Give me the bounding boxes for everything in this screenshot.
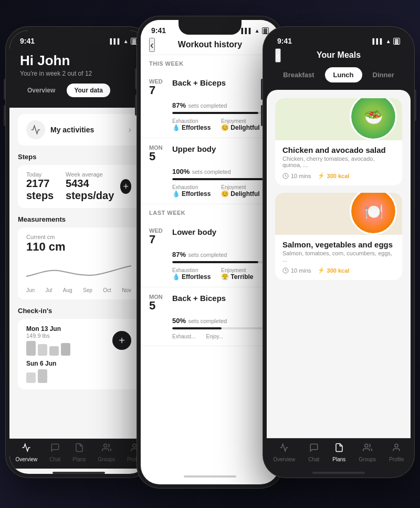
activities-card[interactable]: My activities › <box>18 114 140 146</box>
nav-overview-right[interactable]: Overview <box>274 443 296 462</box>
vol-up-mid <box>135 68 136 89</box>
nav-plans-label: Plans <box>72 457 86 462</box>
meal-kcal-2: ⚡ 300 kcal <box>318 267 350 274</box>
notch-right <box>307 30 370 45</box>
header-tabs: Overview Your data <box>20 84 138 97</box>
progress-bar-fill-2 <box>172 178 271 180</box>
add-checkin-button[interactable]: + <box>112 331 131 350</box>
meal-tabs: Breakfast Lunch Dinner <box>267 67 411 90</box>
meal-time-text-1: 10 mins <box>291 173 311 179</box>
checkin-item-2: Sun 6 Jun <box>26 360 131 383</box>
progress-sub-1: sets completed <box>188 102 227 109</box>
volume-down-btn <box>4 105 5 126</box>
status-time-mid: 9:41 <box>151 26 166 35</box>
meal-image-area-1: 🥗 <box>275 98 402 140</box>
workout-header: ‹ Workout history <box>141 37 279 55</box>
workout-name-1: Back + Biceps <box>172 78 268 87</box>
steps-avg: Week average 5434 steps/day <box>66 171 120 202</box>
workout-list[interactable]: THIS WEEK WED 7 Back + Biceps › 87% sets <box>141 55 279 472</box>
today-value: 2177 steps <box>26 178 66 202</box>
breakfast-tab[interactable]: Breakfast <box>275 67 322 82</box>
nav-plans-right[interactable]: Plans <box>332 443 345 462</box>
meal-image-2: 🍽️ <box>350 193 397 235</box>
workout-date-2: MON 5 <box>149 144 170 162</box>
enjoyment-icon-3: 😤 <box>221 273 229 281</box>
volume-up-btn <box>4 79 5 100</box>
workout-num-1: 7 <box>149 85 170 96</box>
workout-header-1: WED 7 Back + Biceps › <box>149 78 271 96</box>
dinner-tab[interactable]: Dinner <box>364 67 403 82</box>
nav-plans-left[interactable]: Plans <box>72 443 86 462</box>
workout-num-4: 5 <box>149 300 170 312</box>
meal-card-2[interactable]: 🍽️ Salmon, vegetables and eggs Salmon, t… <box>275 193 402 280</box>
workout-name-row-1: Back + Biceps <box>170 78 268 87</box>
progress-bar-fill-4 <box>172 327 222 329</box>
current-value: 110 cm <box>26 240 66 254</box>
exhaustion-text-2: Effortless <box>182 190 211 198</box>
exhaustion-label-2: Exhaustion <box>172 184 211 190</box>
meal-card-1[interactable]: 🥗 Chicken and avocado salad Chicken, che… <box>275 98 402 185</box>
nav-groups-left[interactable]: Groups <box>98 443 115 462</box>
nav-overview-left[interactable]: Overview <box>16 443 38 462</box>
back-button-right[interactable]: ‹ <box>275 48 281 63</box>
workout-meta-3: Exhaustion 💧 Effortless Enjoyment 😤 Terr… <box>172 267 271 281</box>
nav-profile-right[interactable]: Profile <box>389 443 404 462</box>
workout-item-2[interactable]: MON 5 Upper body › 100% sets completed <box>141 138 279 204</box>
workout-item-1[interactable]: WED 7 Back + Biceps › 87% sets completed <box>141 72 279 138</box>
home-indicator-left <box>52 472 105 474</box>
enjoyment-1: Enjoyment 😊 Delightful <box>221 118 259 131</box>
lunch-tab[interactable]: Lunch <box>325 67 362 82</box>
workout-meta-1: Exhaustion 💧 Effortless Enjoyment 😊 Deli… <box>172 118 271 131</box>
signal-icon: ▌▌▌ <box>110 38 121 44</box>
progress-pct-3: 87% <box>172 251 186 258</box>
last-week-label: LAST WEEK <box>149 210 271 216</box>
phone-left: 9:41 ▌▌▌ ▲ ▓ Hi John You're in week 2 ou… <box>5 26 152 478</box>
exhaustion-val-1: 💧 Effortless <box>172 124 211 131</box>
checkin-bars-1 <box>26 341 70 356</box>
meals-title: Your Meals <box>317 50 361 60</box>
meal-time-text-2: 10 mins <box>291 267 311 274</box>
nav-chat-left[interactable]: Chat <box>49 443 60 462</box>
vol-down-right <box>261 105 262 126</box>
nav-chat-label-right: Chat <box>308 457 319 462</box>
nav-chat-right[interactable]: Chat <box>308 443 319 462</box>
workout-name-3: Lower body <box>172 227 268 236</box>
exhaustion-icon-1: 💧 <box>172 124 180 131</box>
month-jul: Jul <box>46 287 52 293</box>
salad-image: 🥗 <box>351 98 395 139</box>
progress-bar-bg-1 <box>172 112 271 114</box>
this-week-section: THIS WEEK <box>141 55 279 72</box>
workout-item-4[interactable]: MON 5 Back + Biceps › 50% sets completed <box>141 287 279 346</box>
workout-item-3[interactable]: WED 7 Lower body › 87% sets completed <box>141 221 279 287</box>
meal-meta-2: 10 mins ⚡ 300 kcal <box>282 267 395 274</box>
enjoyment-4: Enjoy... <box>206 334 223 339</box>
activities-chevron: › <box>129 125 131 134</box>
vol-up-right <box>261 79 262 100</box>
enjoyment-label-3: Enjoyment <box>221 267 253 273</box>
exhaustion-label-4: Exhaust... <box>172 334 195 339</box>
enjoyment-icon-1: 😊 <box>221 124 229 131</box>
salmon-image: 🍽️ <box>351 193 395 233</box>
enjoyment-icon-2: 😊 <box>221 190 229 198</box>
workout-meta-4: Exhaust... Enjoy... <box>172 334 271 339</box>
nav-groups-right[interactable]: Groups <box>359 443 376 462</box>
workout-date-3: WED 7 <box>149 227 170 245</box>
workout-name-row-4: Back + Biceps <box>170 294 268 303</box>
exhaustion-4: Exhaust... <box>172 334 195 339</box>
back-button-mid[interactable]: ‹ <box>149 38 155 52</box>
checkin-date-1: Mon 13 Jun <box>26 325 70 333</box>
workout-num-3: 7 <box>149 234 170 245</box>
checkins-section: Check-in's Mon 13 Jun 149.9 lbs <box>18 307 140 389</box>
workout-date-1: WED 7 <box>149 78 170 96</box>
svg-point-4 <box>364 444 368 447</box>
enjoyment-text-1: Delightful <box>230 124 259 131</box>
your-data-tab[interactable]: Your data <box>67 84 110 97</box>
checkins-title: Check-in's <box>18 307 140 315</box>
meal-card-body-1: Chicken and avocado salad Chicken, cherr… <box>275 140 402 185</box>
add-steps-button[interactable]: + <box>120 179 131 194</box>
exhaustion-text-1: Effortless <box>182 124 211 131</box>
month-aug: Aug <box>63 287 72 293</box>
enjoyment-text-3: Terrible <box>230 273 253 281</box>
overview-tab[interactable]: Overview <box>20 84 62 97</box>
left-content: My activities › Steps Today 2177 steps W… <box>9 108 148 438</box>
